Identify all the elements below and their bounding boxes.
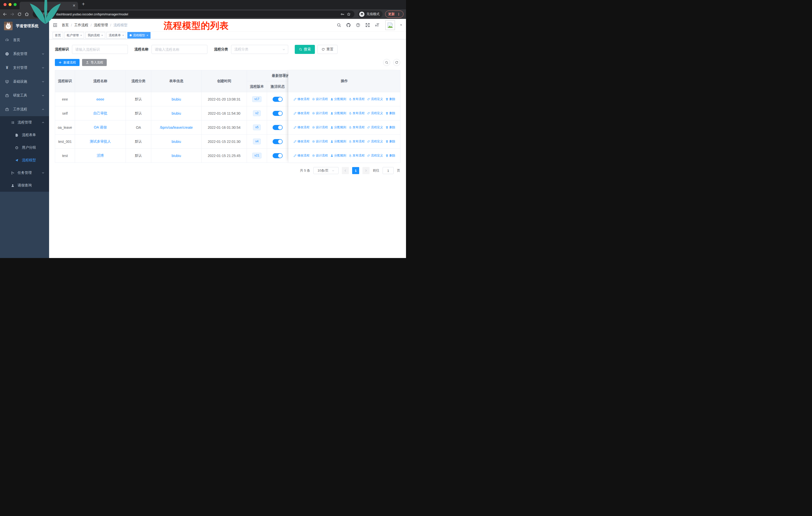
- model-name-link[interactable]: 测试多审批人: [90, 139, 111, 143]
- action-设计流程[interactable]: 设计流程: [312, 139, 328, 144]
- sidebar-item-首页[interactable]: 首页: [0, 33, 49, 47]
- action-分配规则[interactable]: 分配规则: [330, 97, 346, 101]
- user-avatar[interactable]: [385, 20, 395, 30]
- back-icon[interactable]: [2, 12, 7, 17]
- help-icon[interactable]: [356, 23, 360, 27]
- toggle-search-button[interactable]: [383, 59, 390, 66]
- maximize-window-button[interactable]: [13, 3, 17, 6]
- active-switch[interactable]: [272, 139, 283, 144]
- key-icon[interactable]: [340, 12, 345, 17]
- page-size-select[interactable]: 10条/页: [313, 167, 339, 174]
- close-icon[interactable]: ×: [146, 34, 148, 37]
- close-window-button[interactable]: [3, 3, 6, 6]
- goto-page-input[interactable]: [383, 167, 394, 174]
- model-name-link[interactable]: 自己审批: [93, 111, 108, 115]
- sidebar-item-任务管理[interactable]: 任务管理: [0, 166, 49, 179]
- create-model-button[interactable]: 新建流程: [55, 59, 80, 66]
- active-switch[interactable]: [272, 153, 283, 158]
- model-name-link[interactable]: eeee: [96, 97, 104, 101]
- bookmark-star-icon[interactable]: [347, 12, 351, 17]
- sidebar-item-请假查询[interactable]: 请假查询: [0, 179, 49, 192]
- sidebar-item-流程管理[interactable]: 流程管理: [0, 116, 49, 129]
- form-info-link[interactable]: biubiu: [172, 140, 181, 144]
- browser-menu-icon[interactable]: ⋮: [397, 12, 401, 16]
- close-icon[interactable]: ×: [101, 34, 103, 37]
- tag-首页[interactable]: 首页: [53, 32, 63, 38]
- minimize-window-button[interactable]: [8, 3, 11, 6]
- action-修改流程[interactable]: 修改流程: [293, 111, 310, 115]
- sidebar-item-支付管理[interactable]: ¥支付管理: [0, 61, 49, 75]
- action-发布流程[interactable]: 发布流程: [349, 111, 365, 115]
- action-删除[interactable]: 删除: [385, 139, 396, 144]
- form-info-link[interactable]: /bpm/oa/leave/create: [160, 126, 193, 130]
- sidebar-item-用户分组[interactable]: 用户分组: [0, 141, 49, 154]
- reset-button[interactable]: 重置: [317, 45, 338, 54]
- action-发布流程[interactable]: 发布流程: [349, 154, 365, 158]
- breadcrumb-item[interactable]: 流程管理: [94, 23, 108, 27]
- caret-down-icon[interactable]: [400, 24, 403, 26]
- import-model-button[interactable]: 导入流程: [82, 59, 107, 66]
- fullscreen-icon[interactable]: [365, 23, 370, 27]
- sidebar-item-流程模型[interactable]: 流程模型: [0, 154, 49, 166]
- filter-input-流程名称[interactable]: [151, 45, 207, 54]
- action-发布流程[interactable]: 发布流程: [349, 139, 365, 144]
- model-name-link[interactable]: 滔博: [97, 154, 104, 158]
- close-icon[interactable]: ×: [80, 34, 82, 37]
- reload-icon[interactable]: [17, 12, 22, 17]
- action-流程定义[interactable]: 流程定义: [367, 111, 383, 115]
- action-修改流程[interactable]: 修改流程: [293, 139, 310, 144]
- forward-icon[interactable]: [10, 12, 14, 17]
- action-分配规则[interactable]: 分配规则: [330, 139, 346, 144]
- form-info-link[interactable]: biubiu: [172, 154, 181, 158]
- sidebar-item-研发工具[interactable]: 研发工具: [0, 88, 49, 102]
- form-info-link[interactable]: biubiu: [172, 111, 181, 115]
- model-name-link[interactable]: OA 请假: [94, 125, 107, 129]
- action-设计流程[interactable]: 设计流程: [312, 97, 328, 101]
- action-分配规则[interactable]: 分配规则: [330, 125, 346, 130]
- action-修改流程[interactable]: 修改流程: [293, 154, 310, 158]
- browser-tab[interactable]: 芋道管理系统 ✕: [20, 2, 78, 9]
- sidebar-item-流程表单[interactable]: 流程表单: [0, 129, 49, 141]
- action-流程定义[interactable]: 流程定义: [367, 125, 383, 130]
- action-删除[interactable]: 删除: [385, 125, 396, 130]
- action-删除[interactable]: 删除: [385, 111, 396, 115]
- sidebar-item-工作流程[interactable]: 工作流程: [0, 102, 49, 116]
- action-设计流程[interactable]: 设计流程: [312, 111, 328, 115]
- next-page-button[interactable]: [362, 167, 370, 174]
- action-流程定义[interactable]: 流程定义: [367, 97, 383, 101]
- action-流程定义[interactable]: 流程定义: [367, 154, 383, 158]
- action-分配规则[interactable]: 分配规则: [330, 154, 346, 158]
- breadcrumb-item[interactable]: 首页: [62, 23, 69, 27]
- close-tab-icon[interactable]: ✕: [72, 4, 76, 7]
- tag-流程表单[interactable]: 流程表单×: [107, 32, 126, 38]
- filter-input-流程标识[interactable]: [72, 45, 128, 54]
- active-switch[interactable]: [272, 97, 283, 102]
- hamburger-icon[interactable]: [53, 23, 58, 28]
- active-switch[interactable]: [272, 111, 283, 116]
- tag-流程模型[interactable]: 流程模型×: [127, 32, 150, 38]
- breadcrumb-item[interactable]: 工作流程: [74, 23, 88, 27]
- refresh-table-button[interactable]: [393, 59, 400, 66]
- search-icon[interactable]: [337, 23, 341, 27]
- new-tab-button[interactable]: +: [82, 1, 85, 7]
- sidebar-item-基础设施[interactable]: 基础设施: [0, 75, 49, 88]
- action-分配规则[interactable]: 分配规则: [330, 111, 346, 115]
- browser-update-button[interactable]: 更新 ⋮: [385, 10, 404, 18]
- tag-我的流程[interactable]: 我的流程×: [85, 32, 105, 38]
- action-发布流程[interactable]: 发布流程: [349, 125, 365, 130]
- current-page-button[interactable]: 1: [352, 167, 359, 174]
- tag-租户管理[interactable]: 租户管理×: [64, 32, 84, 38]
- github-icon[interactable]: [346, 23, 351, 27]
- action-修改流程[interactable]: 修改流程: [293, 97, 310, 101]
- form-info-link[interactable]: biubiu: [172, 97, 181, 101]
- font-size-icon[interactable]: [375, 23, 380, 27]
- close-icon[interactable]: ×: [122, 34, 124, 37]
- action-设计流程[interactable]: 设计流程: [312, 154, 328, 158]
- filter-select-流程分类[interactable]: 流程分类: [231, 45, 288, 54]
- address-bar[interactable]: 不安全 dashboard.yudao.iocoder.cn/bpm/manag…: [33, 10, 354, 18]
- action-设计流程[interactable]: 设计流程: [312, 125, 328, 130]
- action-流程定义[interactable]: 流程定义: [367, 139, 383, 144]
- action-删除[interactable]: 删除: [385, 97, 396, 101]
- sidebar-item-系统管理[interactable]: 系统管理: [0, 47, 49, 61]
- search-button[interactable]: 搜索: [295, 45, 315, 54]
